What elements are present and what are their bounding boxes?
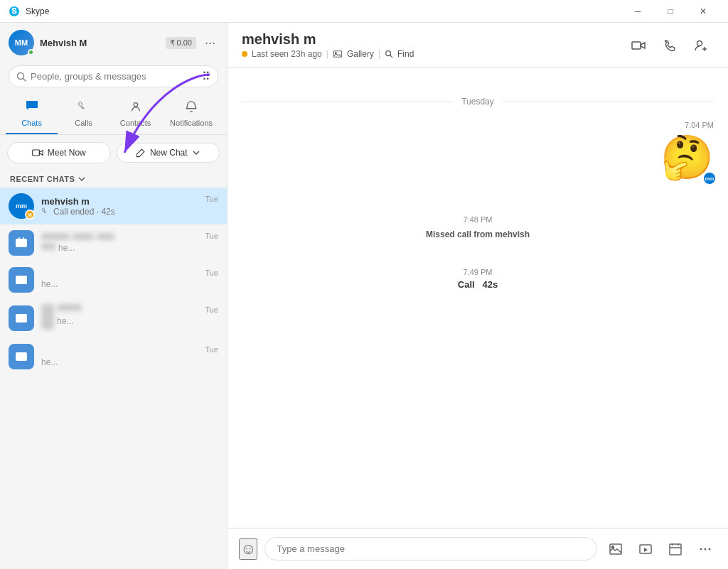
maximize-button[interactable]: □ bbox=[654, 0, 687, 23]
chat-info: he... bbox=[41, 345, 198, 368]
chat-item[interactable]: he... Tue bbox=[0, 298, 227, 338]
chat-info: mehvish m Call ended · 42s bbox=[41, 196, 198, 217]
chat-time: Tue bbox=[205, 304, 218, 314]
media-button[interactable] bbox=[634, 538, 657, 560]
calendar-icon bbox=[668, 542, 682, 556]
chat-avatar bbox=[9, 305, 34, 331]
day-label: Tuesday bbox=[461, 97, 494, 107]
message-input[interactable] bbox=[264, 537, 597, 560]
skype-icon bbox=[9, 6, 20, 17]
notifications-icon bbox=[185, 100, 198, 116]
phone-call-icon bbox=[663, 38, 677, 53]
svg-point-20 bbox=[709, 548, 711, 550]
message-time: 7:04 PM bbox=[242, 121, 714, 129]
message-bubble: 🤔 mm bbox=[242, 132, 714, 183]
add-contact-button[interactable] bbox=[688, 33, 714, 58]
tab-calls[interactable]: Calls bbox=[58, 94, 109, 133]
message-input-area: ☺ bbox=[228, 528, 728, 569]
avatar: MM bbox=[9, 30, 34, 55]
chat-info: he... bbox=[41, 270, 198, 290]
chat-time: Tue bbox=[205, 267, 218, 277]
chat-item[interactable]: mm M mehvish m Call ended · 42s Tue bbox=[0, 188, 227, 224]
app-title: Skype bbox=[26, 6, 621, 16]
gallery-icon bbox=[333, 49, 343, 59]
chat-item[interactable]: he... Tue bbox=[0, 338, 227, 375]
chat-time: Tue bbox=[205, 344, 218, 354]
svg-line-11 bbox=[390, 55, 392, 58]
calls-icon bbox=[77, 100, 90, 116]
svg-rect-12 bbox=[632, 42, 641, 49]
sender-badge: mm bbox=[702, 171, 717, 185]
schedule-button[interactable] bbox=[664, 538, 687, 560]
svg-rect-7 bbox=[16, 352, 27, 361]
system-message-group: 7:48 PM Missed call from mehvish bbox=[242, 215, 714, 245]
svg-point-2 bbox=[134, 103, 137, 107]
tab-contacts[interactable]: Contacts bbox=[109, 94, 161, 133]
chat-list: mm M mehvish m Call ended · 42s Tue bbox=[0, 188, 227, 569]
header-actions bbox=[626, 33, 714, 58]
audio-call-button[interactable] bbox=[657, 33, 682, 58]
chat-preview: Call ended · 42s bbox=[41, 207, 198, 217]
nav-tabs: Chats Calls Contacts bbox=[0, 93, 227, 135]
profile-area: MM Mehvish M ₹ 0.00 ··· bbox=[0, 23, 227, 63]
call-info-time: 7:49 PM bbox=[242, 268, 714, 276]
avatar-badge: M bbox=[25, 210, 35, 220]
meet-now-button[interactable]: Meet Now bbox=[7, 142, 111, 163]
svg-rect-17 bbox=[670, 544, 681, 555]
chat-item[interactable]: he... Tue bbox=[0, 224, 227, 261]
contact-name: mehvish m bbox=[242, 31, 617, 48]
search-input[interactable] bbox=[31, 71, 198, 82]
video-icon bbox=[32, 147, 43, 158]
more-options-button[interactable]: ··· bbox=[202, 33, 218, 53]
call-time: 7:48 PM bbox=[242, 215, 714, 224]
video-camera-icon bbox=[631, 38, 646, 53]
emoji-button[interactable]: ☺ bbox=[239, 538, 257, 560]
gallery-link[interactable]: Gallery bbox=[347, 49, 374, 59]
find-search-icon bbox=[385, 50, 393, 58]
video-call-button[interactable] bbox=[626, 33, 651, 58]
tab-chats[interactable]: Chats bbox=[6, 93, 58, 134]
new-chat-button[interactable]: New Chat bbox=[117, 143, 220, 163]
chat-item[interactable]: he... Tue bbox=[0, 261, 227, 298]
find-link[interactable]: Find bbox=[397, 49, 414, 59]
close-button[interactable]: ✕ bbox=[687, 0, 719, 23]
chat-status: Last seen 23h ago | Gallery | Find bbox=[242, 49, 617, 59]
media-icon bbox=[638, 542, 653, 556]
svg-line-1 bbox=[23, 78, 26, 81]
svg-point-18 bbox=[700, 548, 702, 550]
svg-point-19 bbox=[705, 548, 707, 550]
message-group: 7:04 PM 🤔 mm bbox=[242, 121, 714, 183]
svg-rect-5 bbox=[16, 276, 27, 284]
call-info-group: 7:49 PM Call 42s bbox=[242, 268, 714, 290]
chat-avatar: mm M bbox=[9, 193, 34, 219]
image-icon bbox=[609, 542, 623, 556]
day-separator: Tuesday bbox=[242, 97, 714, 107]
tab-notifications[interactable]: Notifications bbox=[161, 94, 221, 133]
chat-avatar bbox=[9, 230, 34, 256]
chat-avatar bbox=[9, 267, 34, 293]
search-bar: ⠿ bbox=[9, 65, 218, 87]
status-indicator bbox=[242, 51, 247, 57]
grid-icon[interactable]: ⠿ bbox=[202, 70, 210, 83]
chat-name: mehvish m bbox=[41, 196, 198, 207]
new-chat-label: New Chat bbox=[150, 148, 188, 158]
minimize-button[interactable]: ─ bbox=[621, 0, 654, 23]
chat-time: Tue bbox=[205, 230, 218, 240]
edit-icon bbox=[136, 148, 146, 158]
svg-point-9 bbox=[335, 53, 336, 54]
profile-name: Mehvish M bbox=[40, 38, 160, 48]
titlebar: Skype ─ □ ✕ bbox=[0, 0, 728, 23]
chat-main: mehvish m Last seen 23h ago | Gallery | bbox=[228, 23, 728, 569]
chat-info: he... bbox=[41, 233, 198, 253]
more-options-button[interactable] bbox=[694, 538, 717, 560]
tab-notifications-label: Notifications bbox=[170, 119, 213, 127]
messages-area: Tuesday 7:04 PM 🤔 mm 7:48 PM Missed call… bbox=[228, 68, 728, 528]
recent-chats-header[interactable]: RECENT CHATS bbox=[0, 170, 227, 188]
avatar-initials: MM bbox=[15, 38, 28, 47]
tab-contacts-label: Contacts bbox=[120, 119, 151, 127]
image-attach-button[interactable] bbox=[604, 538, 627, 560]
balance-display: ₹ 0.00 bbox=[166, 37, 196, 49]
call-duration: Call 42s bbox=[242, 279, 714, 290]
window-controls: ─ □ ✕ bbox=[621, 0, 719, 23]
svg-rect-4 bbox=[16, 239, 27, 247]
